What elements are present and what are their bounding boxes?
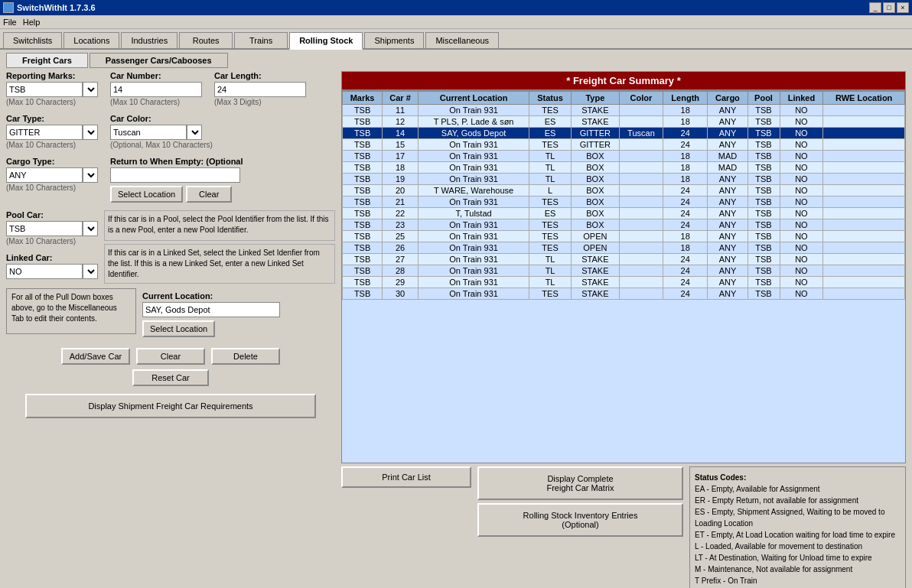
table-cell: On Train 931 (418, 265, 529, 277)
car-type-dropdown[interactable] (83, 125, 98, 140)
table-row[interactable]: TSB21On Train 931TESBOX24ANYTSBNO (343, 197, 905, 208)
current-location-input[interactable] (142, 302, 280, 317)
add-save-car-button[interactable]: Add/Save Car (61, 348, 130, 365)
table-cell: 12 (383, 116, 419, 128)
menu-file[interactable]: File (3, 18, 17, 27)
table-row[interactable]: TSB23On Train 931TESBOX24ANYTSBNO (343, 219, 905, 231)
minimize-button[interactable]: _ (869, 2, 881, 13)
table-cell: TSB (343, 254, 383, 265)
table-cell: TES (529, 242, 571, 254)
clear-button-1[interactable]: Clear (186, 186, 232, 203)
table-cell: TSB (343, 242, 383, 254)
cargo-type-input[interactable] (6, 167, 83, 183)
car-length-input[interactable] (214, 82, 306, 97)
table-cell: TSB (748, 265, 780, 277)
tab-rolling-stock[interactable]: Rolling Stock (289, 32, 363, 50)
table-row[interactable]: TSB12T PLS, P. Lade & sønESSTAKE18ANYTSB… (343, 116, 905, 128)
table-cell (619, 197, 663, 208)
menu-help[interactable]: Help (23, 18, 41, 27)
table-cell: ANY (708, 277, 748, 288)
table-cell: BOX (571, 208, 619, 219)
table-row[interactable]: TSB29On Train 931TLSTAKE24ANYTSBNO (343, 277, 905, 288)
table-row[interactable]: TSB18On Train 931TLBOX18MADTSBNO (343, 162, 905, 174)
table-cell (619, 277, 663, 288)
table-row[interactable]: TSB30On Train 931TESSTAKE24ANYTSBNO (343, 288, 905, 300)
col-status: Status (529, 92, 571, 105)
car-length-label: Car Length: (214, 71, 306, 80)
table-cell: ANY (708, 174, 748, 185)
pool-car-dropdown[interactable] (83, 221, 98, 236)
car-color-dropdown[interactable] (187, 125, 202, 140)
clear-button-2[interactable]: Clear (136, 348, 205, 365)
table-row[interactable]: TSB26On Train 931TESOPEN18ANYTSBNO (343, 242, 905, 254)
table-row[interactable]: TSB27On Train 931TLSTAKE24ANYTSBNO (343, 254, 905, 265)
maximize-button[interactable]: □ (883, 2, 895, 13)
print-car-list-button[interactable]: Print Car List (341, 466, 471, 488)
reporting-marks-dropdown[interactable] (83, 82, 98, 97)
table-cell: TSB (343, 185, 383, 197)
table-row[interactable]: TSB15On Train 931TESGITTER24ANYTSBNO (343, 139, 905, 151)
table-cell (823, 231, 905, 242)
table-row[interactable]: TSB20T WARE, WarehouseLBOX24ANYTSBNO (343, 185, 905, 197)
return-when-empty-input[interactable] (110, 167, 240, 183)
table-cell: 18 (663, 151, 708, 162)
tab-switchlists[interactable]: Switchlists (3, 32, 62, 48)
table-row[interactable]: TSB25On Train 931TESOPEN18ANYTSBNO (343, 231, 905, 242)
display-freight-car-matrix-button[interactable]: Display CompleteFreight Car Matrix (477, 466, 683, 500)
nav-tabs: Switchlists Locations Industries Routes … (0, 29, 912, 50)
tab-routes[interactable]: Routes (179, 32, 233, 48)
table-cell: 18 (383, 162, 419, 174)
bottom-buttons-row-2: Reset Car (6, 369, 335, 386)
car-number-group: Car Number: (Max 10 Characters) (110, 71, 202, 106)
subtab-passenger-cars[interactable]: Passenger Cars/Cabooses (90, 53, 228, 68)
display-shipment-button[interactable]: Display Shipment Freight Car Requirement… (25, 394, 316, 418)
tab-industries[interactable]: Industries (121, 32, 178, 48)
tab-trains[interactable]: Trains (234, 32, 288, 48)
table-row[interactable]: TSB22T, TulstadESBOX24ANYTSBNO (343, 208, 905, 219)
close-button[interactable]: × (897, 2, 909, 13)
table-cell (619, 288, 663, 300)
tab-locations[interactable]: Locations (64, 32, 119, 48)
pool-car-input[interactable] (6, 221, 83, 236)
table-header-row: Marks Car # Current Location Status Type… (343, 92, 905, 105)
table-row[interactable]: TSB28On Train 931TLSTAKE24ANYTSBNO (343, 265, 905, 277)
table-row[interactable]: TSB11On Train 931TESSTAKE18ANYTSBNO (343, 105, 905, 116)
tab-miscellaneous[interactable]: Miscellaneous (425, 32, 499, 48)
rolling-stock-inventory-button[interactable]: Rolling Stock Inventory Entries(Optional… (477, 503, 683, 537)
table-cell: TL (529, 277, 571, 288)
cargo-type-dropdown[interactable] (83, 167, 98, 183)
table-cell: 18 (663, 242, 708, 254)
delete-button[interactable]: Delete (211, 348, 280, 365)
pool-linked-area: Pool Car: (Max 10 Characters) Linked Car… (6, 210, 335, 284)
table-cell: 29 (383, 277, 419, 288)
status-code-t: T Prefix - On Train (695, 575, 901, 586)
table-cell: TSB (748, 197, 780, 208)
linked-car-input[interactable] (6, 264, 83, 279)
reset-car-button[interactable]: Reset Car (132, 369, 209, 386)
tab-shipments[interactable]: Shipments (364, 32, 424, 48)
reporting-marks-input[interactable] (6, 82, 83, 97)
right-panel: * Freight Car Summary * Marks Car # Curr… (341, 71, 906, 588)
car-number-input[interactable] (110, 82, 202, 97)
car-color-input[interactable] (110, 125, 187, 140)
table-cell: 21 (383, 197, 419, 208)
car-length-hint: (Max 3 Digits) (214, 98, 306, 106)
table-cell: NO (780, 219, 823, 231)
select-location-button-1[interactable]: Select Location (110, 186, 183, 203)
window-controls[interactable]: _ □ × (869, 2, 909, 13)
table-cell: ANY (708, 116, 748, 128)
subtab-freight-cars[interactable]: Freight Cars (6, 53, 88, 68)
col-type: Type (571, 92, 619, 105)
table-cell: ANY (708, 185, 748, 197)
table-row[interactable]: TSB17On Train 931TLBOX18MADTSBNO (343, 151, 905, 162)
car-type-input[interactable] (6, 125, 83, 140)
select-location-button-2[interactable]: Select Location (142, 320, 215, 337)
table-cell: 30 (383, 288, 419, 300)
table-cell: ANY (708, 139, 748, 151)
table-row[interactable]: TSB14SAY, Gods DepotESGITTERTuscan24ANYT… (343, 128, 905, 139)
table-cell (619, 231, 663, 242)
table-cell: 23 (383, 219, 419, 231)
table-row[interactable]: TSB19On Train 931TLBOX18ANYTSBNO (343, 174, 905, 185)
linked-car-dropdown[interactable] (83, 264, 98, 279)
table-cell: On Train 931 (418, 139, 529, 151)
